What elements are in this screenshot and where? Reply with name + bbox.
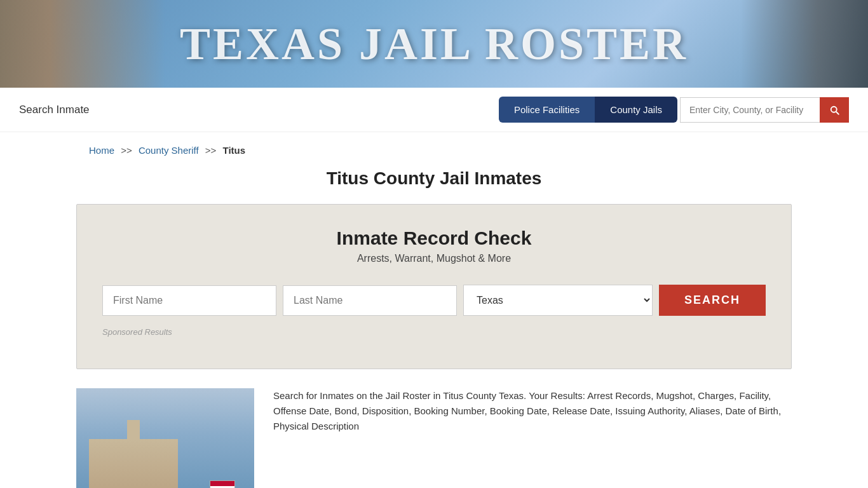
breadcrumb-current: Titus xyxy=(223,145,246,156)
search-icon xyxy=(829,104,840,116)
county-image xyxy=(76,388,254,488)
nav-search-wrapper xyxy=(680,97,849,123)
record-search-button[interactable]: SEARCH xyxy=(659,285,766,316)
jail-image xyxy=(741,0,868,88)
header-banner: Texas Jail Roster xyxy=(0,0,868,88)
nav-buttons: Police Facilities County Jails xyxy=(499,97,849,123)
breadcrumb-sep2: >> xyxy=(205,145,217,156)
breadcrumb-county-sheriff[interactable]: County Sheriff xyxy=(139,145,199,156)
police-facilities-button[interactable]: Police Facilities xyxy=(499,97,595,123)
breadcrumb-home[interactable]: Home xyxy=(89,145,114,156)
bottom-section: Search for Inmates on the Jail Roster in… xyxy=(0,382,868,488)
capitol-image xyxy=(0,0,165,88)
bottom-description: Search for Inmates on the Jail Roster in… xyxy=(273,388,792,434)
search-inmate-label: Search Inmate xyxy=(19,104,90,116)
last-name-input[interactable] xyxy=(283,285,457,316)
record-check-box: Inmate Record Check Arrests, Warrant, Mu… xyxy=(76,204,792,369)
county-jails-button[interactable]: County Jails xyxy=(595,97,677,123)
facility-search-input[interactable] xyxy=(680,97,820,123)
facility-search-button[interactable] xyxy=(820,97,849,123)
record-check-subtitle: Arrests, Warrant, Mugshot & More xyxy=(102,253,766,264)
nav-bar: Search Inmate Police Facilities County J… xyxy=(0,88,868,132)
record-check-form: AlabamaAlaskaArizonaArkansasCaliforniaCo… xyxy=(102,285,766,316)
site-title: Texas Jail Roster xyxy=(180,18,688,71)
state-select[interactable]: AlabamaAlaskaArizonaArkansasCaliforniaCo… xyxy=(463,285,653,316)
breadcrumb-sep1: >> xyxy=(121,145,132,156)
flag-image xyxy=(210,480,235,488)
building-shape xyxy=(89,439,178,488)
record-check-title: Inmate Record Check xyxy=(102,227,766,249)
sponsored-label: Sponsored Results xyxy=(102,327,766,337)
first-name-input[interactable] xyxy=(102,285,276,316)
breadcrumb: Home >> County Sheriff >> Titus xyxy=(0,132,868,162)
page-title: Titus County Jail Inmates xyxy=(0,162,868,204)
